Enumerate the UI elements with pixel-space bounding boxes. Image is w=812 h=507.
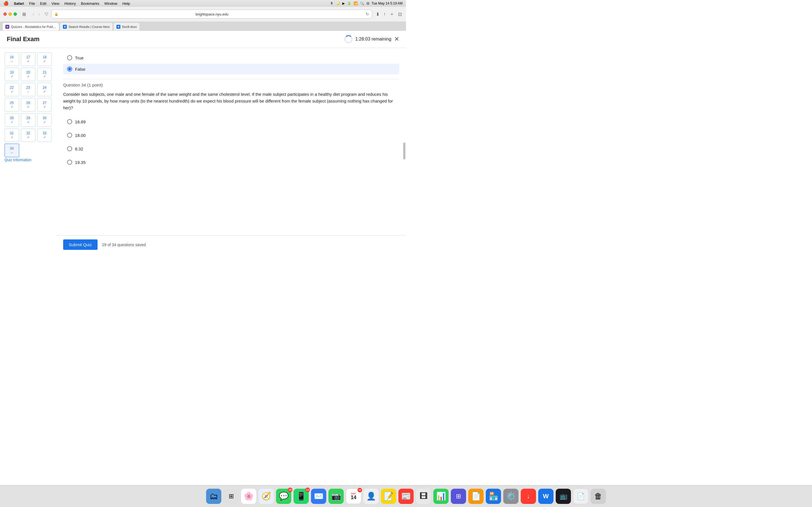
download-button[interactable]: ⬇: [375, 11, 380, 18]
q-btn-25[interactable]: 25 ✓: [4, 98, 19, 112]
tab-coursehero[interactable]: ★ Search Results | Course Hero: [60, 22, 113, 31]
forward-button[interactable]: ›: [37, 10, 42, 18]
q-btn-31[interactable]: 31 ✓: [4, 128, 19, 142]
question-nav-panel: 16 -- 17 ✓ 18 ✓ 19 ✓ 20 ✓: [0, 48, 56, 253]
option-18-00[interactable]: 18.00: [63, 130, 399, 140]
menubar-bookmarks[interactable]: Bookmarks: [81, 1, 99, 6]
option-16-89-label: 16.89: [75, 119, 86, 124]
lock-icon: 🔒: [54, 12, 58, 16]
back-button[interactable]: ‹: [31, 10, 36, 18]
address-text: brightspace.nyu.edu: [60, 12, 364, 16]
menubar-wifi-icon: 📶: [354, 1, 358, 5]
question-grid: 16 -- 17 ✓ 18 ✓ 19 ✓ 20 ✓: [4, 52, 52, 157]
new-tab-button[interactable]: ＋: [389, 10, 395, 18]
option-true[interactable]: True: [63, 52, 399, 63]
question-34-header: Question 34 (1 point): [63, 82, 399, 88]
radio-6-32-circle: [67, 146, 72, 151]
reload-button[interactable]: ↻: [366, 12, 369, 16]
menubar-controlcenter-icon[interactable]: ⊟: [366, 1, 369, 5]
close-exam-button[interactable]: ✕: [394, 36, 399, 43]
q-btn-21[interactable]: 21 ✓: [37, 68, 52, 81]
menubar-safari[interactable]: Safari: [14, 1, 24, 6]
menubar-help[interactable]: Help: [122, 1, 130, 6]
radio-false-circle: [67, 66, 72, 71]
menubar-right: 🎙 🌙 ▶ 🔋 📶 🔍 ⊟ Tue May 14 5:19 AM: [330, 1, 403, 5]
q-btn-16[interactable]: 16 --: [4, 52, 19, 66]
sidebar-toggle-button[interactable]: ⊞: [20, 11, 28, 17]
menubar-edit[interactable]: Edit: [40, 1, 46, 6]
q-btn-30[interactable]: 30 ✓: [37, 113, 52, 127]
menubar-play-icon: ▶: [342, 1, 345, 5]
address-bar[interactable]: 🔒 brightspace.nyu.edu ↻: [51, 10, 372, 18]
previous-question-answer: True False: [63, 52, 399, 74]
tab-overview-button[interactable]: ⊡: [397, 11, 403, 18]
quiz-info-link[interactable]: Quiz Information: [4, 158, 31, 162]
q-btn-17[interactable]: 17 ✓: [21, 52, 36, 66]
option-19-35-label: 19.35: [75, 160, 86, 165]
question-34-points: (1 point): [87, 82, 103, 87]
menubar-battery-icon: 🔋: [347, 1, 351, 5]
tab-quizzes[interactable]: N Quizzes - Biostatistics for Public Hea…: [2, 22, 59, 31]
q-btn-29[interactable]: 29 ✓: [21, 113, 36, 127]
option-false-label: False: [75, 67, 86, 71]
radio-true-circle: [67, 55, 72, 60]
nav-buttons: ‹ ›: [31, 10, 42, 18]
question-content: True False Question 34 (1 point) Conside…: [56, 48, 406, 235]
q-btn-18[interactable]: 18 ✓: [37, 52, 52, 66]
menubar-search-icon[interactable]: 🔍: [360, 1, 364, 5]
timer-spinner: [345, 35, 352, 43]
timer-text: 1:28:03 remaining: [355, 37, 391, 42]
q-btn-20[interactable]: 20 ✓: [21, 68, 36, 81]
bottom-area: Submit Quiz 29 of 34 questions saved: [56, 235, 406, 253]
tab-label-coursehero: Search Results | Course Hero: [68, 25, 110, 29]
option-false[interactable]: False: [63, 64, 399, 74]
option-19-35[interactable]: 19.35: [63, 157, 399, 168]
traffic-lights: [3, 12, 17, 16]
close-window-button[interactable]: [3, 12, 7, 16]
question-divider: [63, 79, 399, 79]
q-btn-28[interactable]: 28 ✓: [4, 113, 19, 127]
tab-label-quizzes: Quizzes - Biostatistics for Public Healt…: [11, 25, 56, 29]
q-btn-24[interactable]: 24 ✓: [37, 83, 52, 96]
browser-toolbar: ⊞ ‹ › 🛡 🔒 brightspace.nyu.edu ↻ ⬇ ↑ ＋ ⊡: [0, 7, 406, 21]
radio-18-00-circle: [67, 133, 72, 138]
minimize-window-button[interactable]: [8, 12, 12, 16]
browser-tabs: N Quizzes - Biostatistics for Public Hea…: [0, 21, 406, 31]
saved-status-text: 29 of 34 questions saved: [102, 242, 146, 247]
tab-label-doc8: Doc8.docx: [122, 25, 137, 29]
option-18-00-label: 18.00: [75, 133, 86, 138]
q-btn-19[interactable]: 19 ✓: [4, 68, 19, 81]
tab-favicon-n: N: [5, 25, 9, 29]
option-6-32-label: 6.32: [75, 147, 83, 151]
menubar-history[interactable]: History: [64, 1, 75, 6]
shield-icon: 🛡: [45, 12, 49, 16]
q-btn-26[interactable]: 26 ✓: [21, 98, 36, 112]
menubar: 🍎 Safari File Edit View History Bookmark…: [0, 0, 406, 7]
page: Final Exam 1:28:03 remaining ✕ 16 -- 17 …: [0, 31, 406, 253]
toolbar-right: ⬇ ↑ ＋ ⊡: [375, 10, 403, 18]
submit-quiz-button[interactable]: Submit Quiz: [63, 239, 98, 250]
share-button[interactable]: ↑: [383, 11, 387, 17]
content-area: 16 -- 17 ✓ 18 ✓ 19 ✓ 20 ✓: [0, 48, 406, 253]
q-btn-33[interactable]: 33 ✓: [37, 128, 52, 142]
menubar-moon-icon: 🌙: [336, 1, 340, 5]
q-btn-23[interactable]: 23 --: [21, 83, 36, 96]
menubar-file[interactable]: File: [29, 1, 35, 6]
question-34-section: Question 34 (1 point) Consider two subje…: [63, 82, 399, 168]
menubar-view[interactable]: View: [52, 1, 59, 6]
menubar-time: Tue May 14 5:19 AM: [371, 1, 403, 5]
menubar-window[interactable]: Window: [104, 1, 117, 6]
option-6-32[interactable]: 6.32: [63, 144, 399, 154]
browser-chrome: ⊞ ‹ › 🛡 🔒 brightspace.nyu.edu ↻ ⬇ ↑ ＋ ⊡ …: [0, 7, 406, 31]
radio-19-35-circle: [67, 160, 72, 165]
q-btn-34[interactable]: 34 --: [4, 144, 19, 157]
q-btn-27[interactable]: 27 ✓: [37, 98, 52, 112]
maximize-window-button[interactable]: [13, 12, 17, 16]
q-btn-32[interactable]: 32 ✓: [21, 128, 36, 142]
tab-doc8[interactable]: ★ Doc8.docx: [113, 22, 140, 31]
apple-menu[interactable]: 🍎: [3, 1, 9, 6]
exam-title: Final Exam: [7, 36, 40, 43]
option-16-89[interactable]: 16.89: [63, 116, 399, 127]
q-btn-22[interactable]: 22 ✓: [4, 83, 19, 96]
question-34-options: 16.89 18.00 6.32 19.35: [63, 116, 399, 168]
